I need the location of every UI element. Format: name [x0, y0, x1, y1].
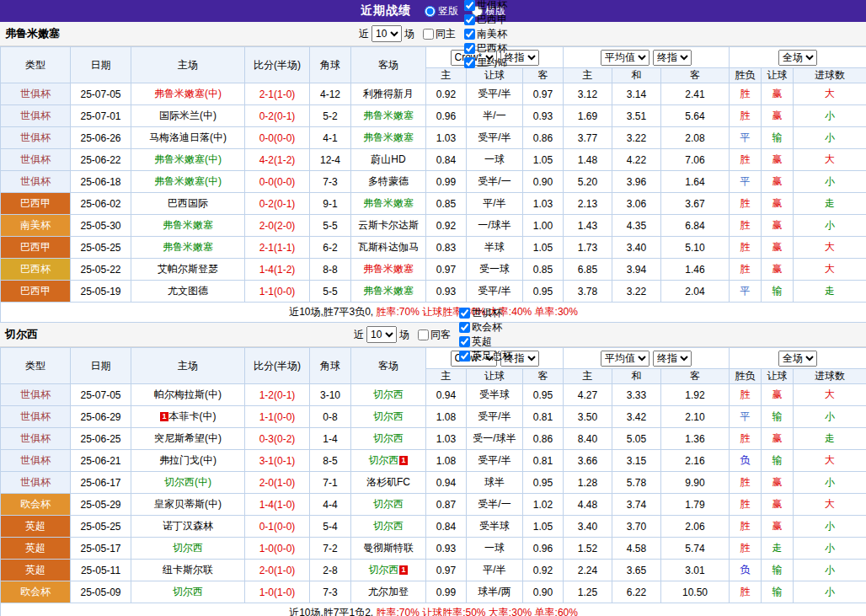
away-team-label: 切尔西 — [373, 410, 404, 422]
league-filter-里约锦[interactable]: 里约锦 — [458, 56, 507, 70]
match-row: 欧会杯25-05-09切尔西1-0(1-0)7-3尤尔加登0.99球半/两0.9… — [1, 581, 866, 603]
same-venue-checkbox-input[interactable] — [418, 329, 429, 340]
league-filter-英足总杯[interactable]: 英足总杯 — [453, 349, 512, 363]
league-checkbox-input[interactable] — [459, 322, 470, 333]
league-filter-世俱杯[interactable]: 世俱杯 — [458, 0, 507, 13]
match-score: 2-0(1-0) — [245, 472, 310, 494]
home-team: 尤文图德 — [131, 281, 245, 303]
asia-away-odds: 0.81 — [523, 406, 564, 428]
match-date: 25-05-17 — [71, 538, 131, 560]
euro-away-odds: 5.64 — [661, 105, 730, 127]
league-checkbox-input[interactable] — [464, 29, 475, 40]
home-team: 1本菲卡(中) — [131, 406, 245, 428]
home-team-label: 诺丁汉森林 — [163, 520, 213, 532]
home-team: 弗鲁米嫩塞(中) — [131, 83, 245, 105]
match-date: 25-06-18 — [71, 171, 131, 193]
result-goals: 大 — [794, 149, 866, 171]
result-wdl: 胜 — [730, 538, 762, 560]
league-filter-英超[interactable]: 英超 — [453, 335, 512, 349]
asia-handicap: 平/半 — [467, 560, 523, 581]
league-filter-世俱杯[interactable]: 世俱杯 — [453, 306, 512, 320]
asia-handicap: 受半/一 — [467, 494, 523, 516]
result-handicap: 赢 — [762, 259, 794, 281]
match-score: 1-4(1-0) — [245, 494, 310, 516]
asia-home-odds: 0.96 — [426, 105, 467, 127]
league-filter-巴西杯[interactable]: 巴西杯 — [458, 41, 507, 56]
result-goals: 小 — [794, 406, 866, 428]
scope-select[interactable]: 全场 — [778, 351, 817, 367]
league-checkbox-input[interactable] — [459, 351, 470, 362]
match-date: 25-06-17 — [71, 472, 131, 494]
match-date: 25-05-30 — [71, 215, 131, 237]
euro-time-select[interactable]: 终指 — [653, 50, 692, 66]
match-score: 3-1(0-1) — [245, 450, 310, 472]
euro-home-odds: 1.48 — [564, 149, 612, 171]
away-team-label: 弗鲁米嫩塞 — [363, 131, 414, 143]
euro-home-odds: 8.40 — [564, 428, 612, 450]
match-row: 欧会杯25-05-29皇家贝蒂斯(中)1-4(1-0)4-4切尔西0.87受半/… — [1, 494, 866, 516]
league-checkbox-label: 英超 — [472, 335, 492, 349]
league-checkbox-input[interactable] — [464, 0, 475, 11]
euro-avg-select[interactable]: 平均值 — [601, 351, 650, 367]
league-checkbox-input[interactable] — [464, 14, 475, 25]
asia-handicap: 半球 — [467, 237, 523, 259]
col-goals: 进球数 — [794, 68, 866, 83]
team-name: 切尔西 — [5, 327, 38, 342]
euro-away-odds: 10.50 — [661, 581, 730, 603]
result-handicap: 赢 — [762, 516, 794, 538]
league-filter-欧会杯[interactable]: 欧会杯 — [453, 320, 512, 335]
league-checkbox-input[interactable] — [459, 336, 470, 347]
games-label: 场 — [399, 328, 409, 342]
euro-avg-select[interactable]: 平均值 — [601, 50, 650, 66]
match-score: 1-1(0-0) — [245, 406, 310, 428]
recent-count-select[interactable]: 10 — [372, 25, 402, 42]
euro-home-odds: 3.40 — [564, 516, 612, 538]
result-wdl: 胜 — [730, 384, 762, 406]
result-handicap: 走 — [762, 538, 794, 560]
result-wdl: 负 — [730, 450, 762, 472]
games-label: 场 — [404, 27, 414, 41]
euro-draw-odds: 5.05 — [612, 428, 661, 450]
col-type: 类型 — [1, 47, 71, 83]
home-team: 皇家贝蒂斯(中) — [131, 494, 245, 516]
euro-draw-odds: 3.51 — [612, 105, 661, 127]
scope-select[interactable]: 全场 — [778, 50, 817, 66]
result-handicap: 输 — [762, 560, 794, 581]
asia-home-odds: 1.03 — [426, 127, 467, 149]
away-team-label: 尤尔加登 — [368, 586, 409, 597]
col-corner: 角球 — [310, 348, 351, 384]
away-team: 切尔西 — [351, 516, 426, 538]
result-group: 全场 — [730, 47, 866, 68]
result-goals: 走 — [794, 281, 866, 303]
col-asia-handicap: 让球 — [467, 68, 523, 83]
euro-away-odds: 9.90 — [661, 472, 730, 494]
league-checkbox-input[interactable] — [464, 43, 475, 54]
match-row: 世俱杯25-06-17切尔西(中)2-0(1-0)7-1洛杉矶FC0.94球半0… — [1, 472, 866, 494]
match-date: 25-05-29 — [71, 494, 131, 516]
summary-prefix: 近10场,胜7平1负2, — [289, 607, 376, 616]
away-team-label: 曼彻斯特联 — [363, 542, 414, 554]
euro-away-odds: 3.67 — [661, 193, 730, 215]
home-team-label: 皇家贝蒂斯(中) — [154, 498, 222, 510]
away-team: 尤尔加登 — [351, 581, 426, 603]
result-handicap: 赢 — [762, 494, 794, 516]
asia-handicap: 球半 — [467, 472, 523, 494]
same-venue-checkbox[interactable]: 同客 — [412, 328, 451, 342]
league-filter-南美杯[interactable]: 南美杯 — [458, 27, 507, 41]
asia-home-odds: 1.08 — [426, 450, 467, 472]
league-checkbox-label: 巴西甲 — [477, 13, 507, 27]
away-team-label: 弗鲁米嫩塞 — [363, 110, 414, 121]
euro-away-odds: 1.46 — [661, 259, 730, 281]
result-wdl: 平 — [730, 281, 762, 303]
recent-count-select[interactable]: 10 — [366, 326, 397, 343]
league-checkbox-label: 世俱杯 — [472, 306, 502, 320]
league-checkbox-input[interactable] — [459, 308, 470, 319]
league-filter-巴西甲[interactable]: 巴西甲 — [458, 13, 507, 27]
result-wdl: 平 — [730, 171, 762, 193]
match-date: 25-05-22 — [71, 259, 131, 281]
league-checkbox-input[interactable] — [464, 57, 475, 68]
same-venue-checkbox-input[interactable] — [423, 29, 434, 40]
same-venue-checkbox[interactable]: 同主 — [417, 27, 456, 41]
team-name: 弗鲁米嫩塞 — [5, 26, 60, 41]
euro-time-select[interactable]: 终指 — [653, 351, 692, 367]
